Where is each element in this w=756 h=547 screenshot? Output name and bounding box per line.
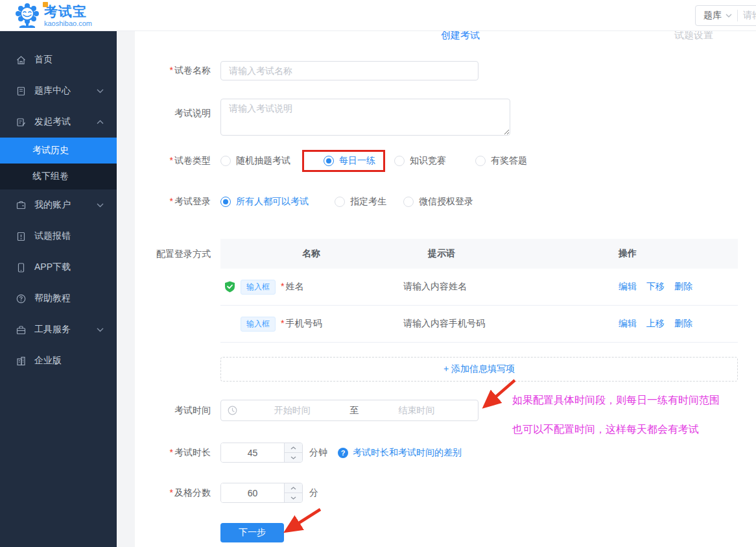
time-range-separator: 至: [348, 405, 362, 417]
chevron-down-icon: [290, 496, 296, 500]
book-icon: [16, 86, 27, 97]
help-circle-icon: [16, 293, 27, 304]
move-down-link[interactable]: 下移: [646, 281, 665, 293]
radio-everyone-can-take[interactable]: 所有人都可以考试: [220, 196, 309, 208]
sidebar-item-offline-paper[interactable]: 线下组卷: [0, 164, 117, 189]
stepper-up-button[interactable]: [285, 483, 302, 493]
annotation-text-line1: 如果配置具体时间段，则每日一练有时间范围: [512, 394, 720, 407]
exam-desc-label: 考试说明: [135, 108, 211, 119]
main-content: 创建考试 试题设置 *试卷名称 考试说明 *试卷类型 随机抽题考试 每日一练: [135, 31, 756, 547]
table-row: 输入框 *姓名 请输入内容姓名 编辑 下移 删除: [220, 269, 738, 306]
start-time-input[interactable]: 开始时间: [237, 405, 348, 417]
radio-icon: [394, 156, 405, 166]
sidebar-item-enterprise[interactable]: 企业版: [0, 345, 117, 376]
wallet-icon: [16, 200, 27, 211]
toolbox-icon: [16, 324, 27, 335]
exam-name-input[interactable]: [220, 61, 478, 80]
clipboard-pen-icon: [16, 117, 27, 128]
exam-name-row: *试卷名称: [135, 61, 478, 80]
error-report-icon: [16, 231, 27, 242]
field-name: *手机号码: [281, 318, 322, 330]
exam-type-label: *试卷类型: [135, 155, 211, 167]
duration-unit: 分钟: [309, 447, 327, 459]
radio-random-exam[interactable]: 随机抽题考试: [220, 155, 290, 167]
stepper-down-button[interactable]: [285, 453, 302, 462]
edit-link[interactable]: 编辑: [619, 281, 637, 293]
phone-icon: [16, 262, 27, 273]
logo-badge: [43, 2, 48, 7]
sidebar-item-app-download[interactable]: APP下载: [0, 252, 117, 283]
sidebar-item-question-error-report[interactable]: 试题报错: [0, 221, 117, 252]
chevron-down-icon: [97, 203, 104, 208]
pass-score-row: *及格分数 分: [135, 483, 318, 503]
sidebar-item-question-bank[interactable]: 题库中心: [0, 75, 117, 106]
app-logo[interactable]: 考试宝 kaoshibao.com: [14, 2, 92, 29]
pass-score-value-input[interactable]: [221, 483, 284, 502]
radio-daily-practice[interactable]: 每日一练: [324, 155, 375, 167]
sidebar-item-home[interactable]: 首页: [0, 44, 117, 75]
login-config-row: 配置登录方式 名称 提示语 操作 输入框 *姓名 请输入内容姓名: [135, 239, 738, 343]
annotation-text-line2: 也可以不配置时间，这样每天都会有考试: [512, 423, 699, 437]
field-type-badge: 输入框: [241, 280, 276, 295]
chevron-up-icon: [290, 487, 296, 490]
sidebar-item-launch-exam[interactable]: 发起考试: [0, 106, 117, 138]
add-info-field-button[interactable]: + 添加信息填写项: [220, 357, 738, 382]
table-header: 名称 提示语 操作: [220, 239, 738, 269]
sidebar-item-my-account[interactable]: 我的账户: [0, 189, 117, 221]
field-hint: 请输入内容手机号码: [402, 318, 616, 330]
delete-link[interactable]: 删除: [674, 281, 692, 293]
sidebar-item-help-tutorial[interactable]: 帮助教程: [0, 283, 117, 314]
chevron-down-icon: [97, 89, 104, 93]
login-config-table: 名称 提示语 操作 输入框 *姓名 请输入内容姓名 编辑 下移 删除: [220, 239, 738, 343]
exam-time-label: 考试时间: [135, 405, 211, 417]
chevron-down-icon: [290, 456, 296, 459]
chevron-up-icon: [97, 120, 104, 125]
exam-desc-textarea[interactable]: [220, 99, 510, 136]
duration-help-link[interactable]: 考试时长和考试时间的差别: [353, 447, 462, 459]
radio-selected-icon: [324, 156, 334, 166]
edit-link[interactable]: 编辑: [619, 318, 637, 330]
stepper-up-button[interactable]: [285, 443, 302, 453]
login-config-label: 配置登录方式: [135, 239, 211, 269]
exam-time-row: 考试时间 开始时间 至 结束时间: [135, 400, 478, 421]
radio-prize-quiz[interactable]: 有奖答题: [475, 155, 527, 167]
verified-shield-icon: [224, 281, 235, 293]
search-divider: [737, 10, 738, 21]
top-header: 考试宝 kaoshibao.com 题库 请输入: [0, 0, 756, 31]
question-mark-icon[interactable]: ?: [338, 448, 348, 458]
table-row: 输入框 *手机号码 请输入内容手机号码 编辑 上移 删除: [220, 306, 738, 343]
end-time-input[interactable]: 结束时间: [362, 405, 472, 417]
chevron-down-icon[interactable]: [726, 14, 732, 18]
building-icon: [16, 356, 27, 367]
add-field-row: + 添加信息填写项: [135, 357, 738, 382]
radio-designated-examinee[interactable]: 指定考生: [335, 196, 386, 208]
field-type-badge: 输入框: [241, 317, 276, 332]
radio-icon: [475, 156, 486, 166]
duration-value-input[interactable]: [221, 443, 284, 462]
field-name: *姓名: [281, 281, 303, 293]
search-category-select[interactable]: 题库: [696, 10, 726, 21]
sidebar-nav: 首页 题库中心 发起考试 考试历史 线下组卷: [0, 31, 117, 547]
search-input[interactable]: 请输入: [743, 10, 756, 21]
next-step-button[interactable]: 下一步: [220, 523, 284, 542]
logo-domain: kaoshibao.com: [44, 20, 92, 27]
radio-wechat-auth-login[interactable]: 微信授权登录: [403, 196, 473, 208]
radio-selected-icon: [220, 197, 231, 207]
move-up-link[interactable]: 上移: [646, 318, 665, 330]
home-icon: [16, 55, 27, 66]
next-row: 下一步: [135, 523, 284, 542]
exam-type-row: *试卷类型 随机抽题考试 每日一练 知识竞赛 有奖答题: [135, 150, 527, 172]
header-search-box[interactable]: 题库 请输入: [695, 5, 756, 26]
exam-duration-label: *考试时长: [135, 447, 211, 459]
exam-name-label: *试卷名称: [135, 65, 211, 77]
radio-icon: [220, 156, 231, 166]
delete-link[interactable]: 删除: [674, 318, 692, 330]
exam-time-range-picker[interactable]: 开始时间 至 结束时间: [220, 400, 478, 421]
logo-title: 考试宝: [44, 5, 92, 18]
exam-desc-row: 考试说明: [135, 99, 510, 136]
sidebar-item-exam-history[interactable]: 考试历史: [0, 138, 117, 164]
stepper-down-button[interactable]: [285, 493, 302, 502]
radio-knowledge-contest[interactable]: 知识竞赛: [394, 155, 446, 167]
sidebar-item-tool-services[interactable]: 工具服务: [0, 314, 117, 345]
clock-icon: [228, 406, 237, 415]
